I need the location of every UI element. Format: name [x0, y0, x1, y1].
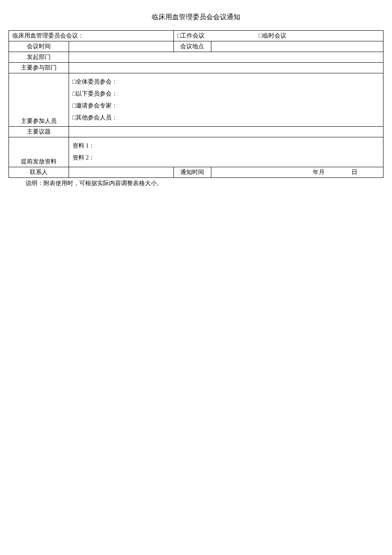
footer-note: 说明：附表使用时，可根据实际内容调整表格大小。	[9, 180, 383, 187]
contact-label: 联系人	[9, 167, 69, 178]
sponsor-dept-label: 发起部门	[9, 52, 69, 63]
temp-meeting-checkbox: □临时会议	[259, 32, 286, 39]
materials-label: 提前发放资料	[9, 137, 69, 167]
meeting-location-value	[211, 41, 383, 52]
meeting-time-value	[69, 41, 173, 52]
table-row: 发起部门	[9, 52, 383, 63]
other-attendees-checkbox: □其他参会人员：	[72, 112, 380, 124]
table-row: 主要参加人员 □全体委员参会： □以下委员参会： □邀请参会专家： □其他参会人…	[9, 73, 383, 127]
notice-time-label: 通知时间	[173, 167, 211, 178]
invited-experts-checkbox: □邀请参会专家：	[72, 100, 380, 112]
table-row: 主要参与部门	[9, 63, 383, 73]
meeting-notice-table: 临床用血管理委员会会议： □工作会议 □临时会议 会议时间 会议地点 发起部门 …	[9, 30, 383, 178]
meeting-location-label: 会议地点	[173, 41, 211, 52]
material-2-label: 资料 2：	[72, 152, 380, 164]
sponsor-dept-value	[69, 52, 383, 63]
meeting-time-label: 会议时间	[9, 41, 69, 52]
table-row: 主要议题	[9, 127, 383, 137]
work-meeting-checkbox: □工作会议	[177, 32, 205, 39]
table-row: 提前发放资料 资料 1： 资料 2：	[9, 137, 383, 167]
page-title: 临床用血管理委员会会议通知	[9, 13, 383, 22]
table-row: 临床用血管理委员会会议： □工作会议 □临时会议	[9, 31, 383, 41]
day-label: 日	[352, 169, 357, 175]
table-row: 会议时间 会议地点	[9, 41, 383, 52]
materials-list: 资料 1： 资料 2：	[69, 137, 383, 167]
following-members-checkbox: □以下委员参会：	[72, 88, 380, 100]
meeting-header-cell: 临床用血管理委员会会议：	[9, 31, 174, 41]
participants-label: 主要参加人员	[9, 73, 69, 127]
contact-value	[69, 167, 173, 178]
participating-dept-value	[69, 63, 383, 73]
notice-time-value: 年月 日	[211, 167, 383, 178]
participating-dept-label: 主要参与部门	[9, 63, 69, 73]
meeting-type-cell: □工作会议 □临时会议	[173, 31, 383, 41]
year-month-label: 年月	[313, 169, 325, 175]
main-topics-value	[69, 127, 383, 137]
main-topics-label: 主要议题	[9, 127, 69, 137]
material-1-label: 资料 1：	[72, 140, 380, 152]
all-members-checkbox: □全体委员参会：	[72, 76, 380, 88]
table-row: 联系人 通知时间 年月 日	[9, 167, 383, 178]
participants-options: □全体委员参会： □以下委员参会： □邀请参会专家： □其他参会人员：	[69, 73, 383, 127]
